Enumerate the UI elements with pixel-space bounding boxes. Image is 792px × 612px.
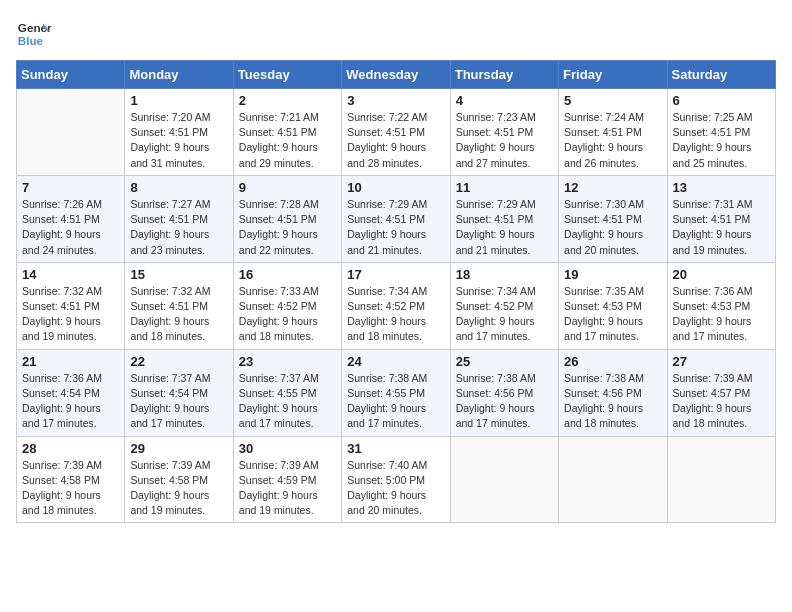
day-info: Sunrise: 7:32 AM Sunset: 4:51 PM Dayligh… [130,284,227,345]
day-number: 18 [456,267,553,282]
weekday-header-sunday: Sunday [17,61,125,89]
calendar-cell: 16Sunrise: 7:33 AM Sunset: 4:52 PM Dayli… [233,262,341,349]
day-number: 21 [22,354,119,369]
calendar-cell: 3Sunrise: 7:22 AM Sunset: 4:51 PM Daylig… [342,89,450,176]
calendar-cell: 2Sunrise: 7:21 AM Sunset: 4:51 PM Daylig… [233,89,341,176]
day-number: 7 [22,180,119,195]
calendar-cell: 1Sunrise: 7:20 AM Sunset: 4:51 PM Daylig… [125,89,233,176]
day-number: 6 [673,93,770,108]
day-number: 23 [239,354,336,369]
day-number: 12 [564,180,661,195]
page-header: General Blue [16,16,776,52]
calendar-cell: 18Sunrise: 7:34 AM Sunset: 4:52 PM Dayli… [450,262,558,349]
calendar-cell: 28Sunrise: 7:39 AM Sunset: 4:58 PM Dayli… [17,436,125,523]
day-number: 10 [347,180,444,195]
day-info: Sunrise: 7:20 AM Sunset: 4:51 PM Dayligh… [130,110,227,171]
calendar-cell: 25Sunrise: 7:38 AM Sunset: 4:56 PM Dayli… [450,349,558,436]
calendar-cell: 11Sunrise: 7:29 AM Sunset: 4:51 PM Dayli… [450,175,558,262]
day-number: 22 [130,354,227,369]
day-number: 4 [456,93,553,108]
calendar-cell: 5Sunrise: 7:24 AM Sunset: 4:51 PM Daylig… [559,89,667,176]
calendar-cell [667,436,775,523]
calendar-cell: 7Sunrise: 7:26 AM Sunset: 4:51 PM Daylig… [17,175,125,262]
day-number: 17 [347,267,444,282]
day-info: Sunrise: 7:36 AM Sunset: 4:54 PM Dayligh… [22,371,119,432]
day-number: 3 [347,93,444,108]
logo: General Blue [16,16,52,52]
weekday-header-row: SundayMondayTuesdayWednesdayThursdayFrid… [17,61,776,89]
calendar-cell: 4Sunrise: 7:23 AM Sunset: 4:51 PM Daylig… [450,89,558,176]
calendar-cell: 10Sunrise: 7:29 AM Sunset: 4:51 PM Dayli… [342,175,450,262]
calendar-cell: 19Sunrise: 7:35 AM Sunset: 4:53 PM Dayli… [559,262,667,349]
day-number: 29 [130,441,227,456]
day-info: Sunrise: 7:34 AM Sunset: 4:52 PM Dayligh… [456,284,553,345]
day-number: 28 [22,441,119,456]
weekday-header-thursday: Thursday [450,61,558,89]
calendar-week-row: 7Sunrise: 7:26 AM Sunset: 4:51 PM Daylig… [17,175,776,262]
day-info: Sunrise: 7:26 AM Sunset: 4:51 PM Dayligh… [22,197,119,258]
calendar-cell: 26Sunrise: 7:38 AM Sunset: 4:56 PM Dayli… [559,349,667,436]
day-info: Sunrise: 7:32 AM Sunset: 4:51 PM Dayligh… [22,284,119,345]
day-info: Sunrise: 7:36 AM Sunset: 4:53 PM Dayligh… [673,284,770,345]
calendar-cell: 8Sunrise: 7:27 AM Sunset: 4:51 PM Daylig… [125,175,233,262]
calendar-cell: 31Sunrise: 7:40 AM Sunset: 5:00 PM Dayli… [342,436,450,523]
day-number: 26 [564,354,661,369]
day-info: Sunrise: 7:38 AM Sunset: 4:56 PM Dayligh… [456,371,553,432]
day-info: Sunrise: 7:34 AM Sunset: 4:52 PM Dayligh… [347,284,444,345]
day-info: Sunrise: 7:38 AM Sunset: 4:55 PM Dayligh… [347,371,444,432]
weekday-header-saturday: Saturday [667,61,775,89]
weekday-header-tuesday: Tuesday [233,61,341,89]
calendar-cell: 13Sunrise: 7:31 AM Sunset: 4:51 PM Dayli… [667,175,775,262]
day-info: Sunrise: 7:22 AM Sunset: 4:51 PM Dayligh… [347,110,444,171]
day-info: Sunrise: 7:35 AM Sunset: 4:53 PM Dayligh… [564,284,661,345]
day-info: Sunrise: 7:39 AM Sunset: 4:58 PM Dayligh… [130,458,227,519]
calendar-cell: 29Sunrise: 7:39 AM Sunset: 4:58 PM Dayli… [125,436,233,523]
calendar-cell: 6Sunrise: 7:25 AM Sunset: 4:51 PM Daylig… [667,89,775,176]
calendar-table: SundayMondayTuesdayWednesdayThursdayFrid… [16,60,776,523]
day-info: Sunrise: 7:27 AM Sunset: 4:51 PM Dayligh… [130,197,227,258]
day-number: 13 [673,180,770,195]
day-number: 14 [22,267,119,282]
day-info: Sunrise: 7:37 AM Sunset: 4:54 PM Dayligh… [130,371,227,432]
calendar-cell: 20Sunrise: 7:36 AM Sunset: 4:53 PM Dayli… [667,262,775,349]
weekday-header-wednesday: Wednesday [342,61,450,89]
day-info: Sunrise: 7:23 AM Sunset: 4:51 PM Dayligh… [456,110,553,171]
day-number: 25 [456,354,553,369]
day-number: 5 [564,93,661,108]
day-number: 1 [130,93,227,108]
day-number: 8 [130,180,227,195]
calendar-week-row: 1Sunrise: 7:20 AM Sunset: 4:51 PM Daylig… [17,89,776,176]
day-info: Sunrise: 7:38 AM Sunset: 4:56 PM Dayligh… [564,371,661,432]
day-info: Sunrise: 7:39 AM Sunset: 4:57 PM Dayligh… [673,371,770,432]
day-number: 2 [239,93,336,108]
calendar-cell: 17Sunrise: 7:34 AM Sunset: 4:52 PM Dayli… [342,262,450,349]
calendar-cell: 27Sunrise: 7:39 AM Sunset: 4:57 PM Dayli… [667,349,775,436]
day-info: Sunrise: 7:40 AM Sunset: 5:00 PM Dayligh… [347,458,444,519]
svg-text:General: General [18,21,52,34]
calendar-cell: 30Sunrise: 7:39 AM Sunset: 4:59 PM Dayli… [233,436,341,523]
day-number: 27 [673,354,770,369]
day-number: 30 [239,441,336,456]
day-number: 31 [347,441,444,456]
calendar-cell: 24Sunrise: 7:38 AM Sunset: 4:55 PM Dayli… [342,349,450,436]
day-info: Sunrise: 7:39 AM Sunset: 4:59 PM Dayligh… [239,458,336,519]
svg-text:Blue: Blue [18,34,44,47]
calendar-cell [559,436,667,523]
day-info: Sunrise: 7:37 AM Sunset: 4:55 PM Dayligh… [239,371,336,432]
day-info: Sunrise: 7:25 AM Sunset: 4:51 PM Dayligh… [673,110,770,171]
day-info: Sunrise: 7:30 AM Sunset: 4:51 PM Dayligh… [564,197,661,258]
day-number: 9 [239,180,336,195]
calendar-cell: 22Sunrise: 7:37 AM Sunset: 4:54 PM Dayli… [125,349,233,436]
calendar-cell [17,89,125,176]
day-number: 20 [673,267,770,282]
calendar-cell: 23Sunrise: 7:37 AM Sunset: 4:55 PM Dayli… [233,349,341,436]
calendar-cell: 12Sunrise: 7:30 AM Sunset: 4:51 PM Dayli… [559,175,667,262]
calendar-week-row: 28Sunrise: 7:39 AM Sunset: 4:58 PM Dayli… [17,436,776,523]
day-info: Sunrise: 7:29 AM Sunset: 4:51 PM Dayligh… [347,197,444,258]
logo-icon: General Blue [16,16,52,52]
day-info: Sunrise: 7:28 AM Sunset: 4:51 PM Dayligh… [239,197,336,258]
weekday-header-friday: Friday [559,61,667,89]
day-info: Sunrise: 7:24 AM Sunset: 4:51 PM Dayligh… [564,110,661,171]
calendar-cell: 14Sunrise: 7:32 AM Sunset: 4:51 PM Dayli… [17,262,125,349]
calendar-cell: 15Sunrise: 7:32 AM Sunset: 4:51 PM Dayli… [125,262,233,349]
